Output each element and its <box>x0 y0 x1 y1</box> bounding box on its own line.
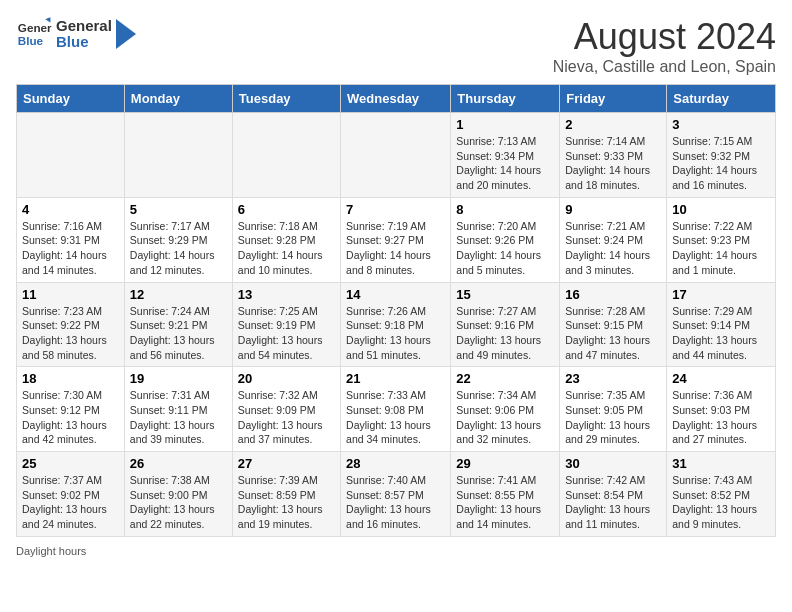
svg-text:General: General <box>18 21 52 34</box>
calendar-day-cell: 11Sunrise: 7:23 AM Sunset: 9:22 PM Dayli… <box>17 282 125 367</box>
calendar-day-cell: 31Sunrise: 7:43 AM Sunset: 8:52 PM Dayli… <box>667 452 776 537</box>
day-info: Sunrise: 7:26 AM Sunset: 9:18 PM Dayligh… <box>346 304 445 363</box>
calendar-day-cell: 28Sunrise: 7:40 AM Sunset: 8:57 PM Dayli… <box>341 452 451 537</box>
day-number: 24 <box>672 371 770 386</box>
day-number: 8 <box>456 202 554 217</box>
calendar-week-row: 25Sunrise: 7:37 AM Sunset: 9:02 PM Dayli… <box>17 452 776 537</box>
calendar-day-cell: 9Sunrise: 7:21 AM Sunset: 9:24 PM Daylig… <box>560 197 667 282</box>
day-info: Sunrise: 7:36 AM Sunset: 9:03 PM Dayligh… <box>672 388 770 447</box>
calendar-day-cell: 23Sunrise: 7:35 AM Sunset: 9:05 PM Dayli… <box>560 367 667 452</box>
day-info: Sunrise: 7:32 AM Sunset: 9:09 PM Dayligh… <box>238 388 335 447</box>
day-info: Sunrise: 7:31 AM Sunset: 9:11 PM Dayligh… <box>130 388 227 447</box>
day-number: 25 <box>22 456 119 471</box>
calendar-day-cell: 21Sunrise: 7:33 AM Sunset: 9:08 PM Dayli… <box>341 367 451 452</box>
day-info: Sunrise: 7:15 AM Sunset: 9:32 PM Dayligh… <box>672 134 770 193</box>
day-info: Sunrise: 7:13 AM Sunset: 9:34 PM Dayligh… <box>456 134 554 193</box>
calendar-day-cell <box>232 113 340 198</box>
calendar-day-cell: 10Sunrise: 7:22 AM Sunset: 9:23 PM Dayli… <box>667 197 776 282</box>
calendar-day-cell: 24Sunrise: 7:36 AM Sunset: 9:03 PM Dayli… <box>667 367 776 452</box>
day-info: Sunrise: 7:30 AM Sunset: 9:12 PM Dayligh… <box>22 388 119 447</box>
day-number: 18 <box>22 371 119 386</box>
calendar-day-header: Monday <box>124 85 232 113</box>
day-number: 20 <box>238 371 335 386</box>
day-number: 23 <box>565 371 661 386</box>
day-number: 15 <box>456 287 554 302</box>
day-number: 2 <box>565 117 661 132</box>
calendar-day-cell: 16Sunrise: 7:28 AM Sunset: 9:15 PM Dayli… <box>560 282 667 367</box>
day-number: 31 <box>672 456 770 471</box>
calendar-day-cell: 2Sunrise: 7:14 AM Sunset: 9:33 PM Daylig… <box>560 113 667 198</box>
day-number: 6 <box>238 202 335 217</box>
calendar-day-cell: 4Sunrise: 7:16 AM Sunset: 9:31 PM Daylig… <box>17 197 125 282</box>
day-info: Sunrise: 7:18 AM Sunset: 9:28 PM Dayligh… <box>238 219 335 278</box>
calendar-week-row: 4Sunrise: 7:16 AM Sunset: 9:31 PM Daylig… <box>17 197 776 282</box>
calendar-day-cell: 17Sunrise: 7:29 AM Sunset: 9:14 PM Dayli… <box>667 282 776 367</box>
day-number: 19 <box>130 371 227 386</box>
day-info: Sunrise: 7:29 AM Sunset: 9:14 PM Dayligh… <box>672 304 770 363</box>
day-number: 1 <box>456 117 554 132</box>
day-number: 22 <box>456 371 554 386</box>
svg-text:Blue: Blue <box>18 34 44 47</box>
logo-chevron-icon <box>116 19 136 49</box>
calendar-table: SundayMondayTuesdayWednesdayThursdayFrid… <box>16 84 776 537</box>
calendar-day-cell: 20Sunrise: 7:32 AM Sunset: 9:09 PM Dayli… <box>232 367 340 452</box>
day-info: Sunrise: 7:28 AM Sunset: 9:15 PM Dayligh… <box>565 304 661 363</box>
day-info: Sunrise: 7:24 AM Sunset: 9:21 PM Dayligh… <box>130 304 227 363</box>
day-info: Sunrise: 7:23 AM Sunset: 9:22 PM Dayligh… <box>22 304 119 363</box>
calendar-day-cell: 14Sunrise: 7:26 AM Sunset: 9:18 PM Dayli… <box>341 282 451 367</box>
day-info: Sunrise: 7:34 AM Sunset: 9:06 PM Dayligh… <box>456 388 554 447</box>
day-info: Sunrise: 7:19 AM Sunset: 9:27 PM Dayligh… <box>346 219 445 278</box>
svg-marker-3 <box>116 19 136 49</box>
subtitle: Nieva, Castille and Leon, Spain <box>553 58 776 76</box>
day-info: Sunrise: 7:38 AM Sunset: 9:00 PM Dayligh… <box>130 473 227 532</box>
calendar-day-cell: 25Sunrise: 7:37 AM Sunset: 9:02 PM Dayli… <box>17 452 125 537</box>
day-number: 12 <box>130 287 227 302</box>
calendar-week-row: 11Sunrise: 7:23 AM Sunset: 9:22 PM Dayli… <box>17 282 776 367</box>
day-number: 17 <box>672 287 770 302</box>
main-title: August 2024 <box>553 16 776 58</box>
calendar-day-cell <box>341 113 451 198</box>
calendar-day-cell: 7Sunrise: 7:19 AM Sunset: 9:27 PM Daylig… <box>341 197 451 282</box>
day-info: Sunrise: 7:20 AM Sunset: 9:26 PM Dayligh… <box>456 219 554 278</box>
day-number: 7 <box>346 202 445 217</box>
day-number: 3 <box>672 117 770 132</box>
calendar-day-header: Tuesday <box>232 85 340 113</box>
calendar-header-row: SundayMondayTuesdayWednesdayThursdayFrid… <box>17 85 776 113</box>
day-number: 27 <box>238 456 335 471</box>
day-number: 30 <box>565 456 661 471</box>
day-info: Sunrise: 7:43 AM Sunset: 8:52 PM Dayligh… <box>672 473 770 532</box>
day-info: Sunrise: 7:27 AM Sunset: 9:16 PM Dayligh… <box>456 304 554 363</box>
title-block: August 2024 Nieva, Castille and Leon, Sp… <box>553 16 776 76</box>
calendar-day-cell: 19Sunrise: 7:31 AM Sunset: 9:11 PM Dayli… <box>124 367 232 452</box>
day-info: Sunrise: 7:35 AM Sunset: 9:05 PM Dayligh… <box>565 388 661 447</box>
day-number: 5 <box>130 202 227 217</box>
day-number: 10 <box>672 202 770 217</box>
day-info: Sunrise: 7:25 AM Sunset: 9:19 PM Dayligh… <box>238 304 335 363</box>
day-number: 28 <box>346 456 445 471</box>
calendar-day-cell: 5Sunrise: 7:17 AM Sunset: 9:29 PM Daylig… <box>124 197 232 282</box>
logo-icon: General Blue <box>16 16 52 52</box>
day-info: Sunrise: 7:37 AM Sunset: 9:02 PM Dayligh… <box>22 473 119 532</box>
day-number: 11 <box>22 287 119 302</box>
logo: General Blue General Blue <box>16 16 136 52</box>
day-number: 14 <box>346 287 445 302</box>
calendar-day-cell: 15Sunrise: 7:27 AM Sunset: 9:16 PM Dayli… <box>451 282 560 367</box>
calendar-day-header: Saturday <box>667 85 776 113</box>
calendar-day-cell: 29Sunrise: 7:41 AM Sunset: 8:55 PM Dayli… <box>451 452 560 537</box>
calendar-day-cell <box>17 113 125 198</box>
calendar-day-header: Friday <box>560 85 667 113</box>
calendar-day-cell: 22Sunrise: 7:34 AM Sunset: 9:06 PM Dayli… <box>451 367 560 452</box>
footer-note: Daylight hours <box>16 545 776 557</box>
day-info: Sunrise: 7:42 AM Sunset: 8:54 PM Dayligh… <box>565 473 661 532</box>
calendar-day-header: Sunday <box>17 85 125 113</box>
day-info: Sunrise: 7:21 AM Sunset: 9:24 PM Dayligh… <box>565 219 661 278</box>
calendar-day-cell: 12Sunrise: 7:24 AM Sunset: 9:21 PM Dayli… <box>124 282 232 367</box>
day-info: Sunrise: 7:40 AM Sunset: 8:57 PM Dayligh… <box>346 473 445 532</box>
day-number: 29 <box>456 456 554 471</box>
calendar-day-cell: 8Sunrise: 7:20 AM Sunset: 9:26 PM Daylig… <box>451 197 560 282</box>
day-number: 13 <box>238 287 335 302</box>
calendar-day-cell: 27Sunrise: 7:39 AM Sunset: 8:59 PM Dayli… <box>232 452 340 537</box>
calendar-week-row: 1Sunrise: 7:13 AM Sunset: 9:34 PM Daylig… <box>17 113 776 198</box>
calendar-day-header: Wednesday <box>341 85 451 113</box>
day-info: Sunrise: 7:17 AM Sunset: 9:29 PM Dayligh… <box>130 219 227 278</box>
